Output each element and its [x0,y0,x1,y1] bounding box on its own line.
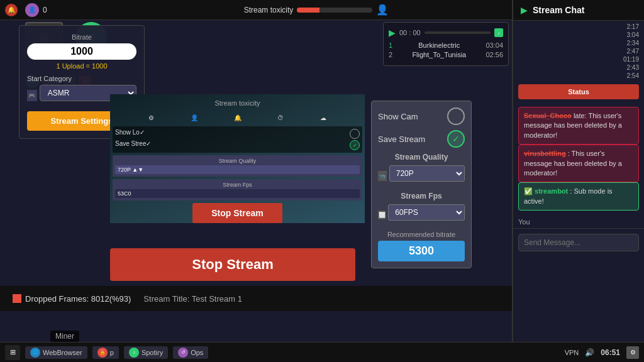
status-text: Status [568,88,589,96]
music-progress[interactable] [425,31,491,34]
save-stream-toggle[interactable]: ✓ [447,130,465,148]
avatar-icon: 👤 [25,3,39,17]
time-marker-7: 2:54 [518,72,639,79]
chat-play-icon: ▶ [521,5,528,15]
taskbar: ⊞ 🌐 WebBrowser 🔒 p ♪ Spotiry ↺ Ops VPN 🔊… [0,342,644,362]
music-controls[interactable]: ▶ 00 : 00 ♪ [389,28,503,38]
taskbar-home-icon[interactable]: ⊞ [5,345,20,360]
chat-title: Stream Chat [533,5,584,15]
status-banner: Status [518,84,639,99]
ops-app-label: Ops [191,349,203,356]
taskbar-app-ops[interactable]: ↺ Ops [173,346,208,359]
toxicity-fill [297,8,319,13]
stream-title-label: Stream Title: [143,294,189,304]
upload-label: 1 Upload = 1000 [27,62,136,70]
clock: 06:51 [601,348,620,357]
track1-duration: 03:04 [486,41,503,49]
chat-message-1: Sexual_Choco late: This user's message h… [518,107,639,145]
track1-name: Burkinelectric [418,41,460,49]
music-track-1: 1 Burkinelectric 03:04 [389,41,503,49]
category-label: Start Category [27,75,136,82]
dropped-frames-section: Dropped Frames: 8012(%93) [13,294,131,304]
toxicity-section: Stream toxicity 👤 [55,4,579,16]
settings-icon[interactable]: ⚙ [626,346,639,359]
stream-title-value: Test Stream 1 [192,294,242,304]
quality-icon: 📹 [378,171,387,181]
chat-input[interactable] [518,234,639,251]
fps-select[interactable]: 60FPS 30FPS 24FPS [388,204,465,221]
stream-quality-label: Stream Quality [378,153,465,162]
msg2-username: virusbottling [524,150,566,157]
msg1-username: Sexual_Choco [524,112,572,119]
save-stream-row: Save Stream ✓ [378,130,465,148]
volume-icon[interactable]: 🔊 [585,348,594,357]
stream-preview-panel: Stream toxicity ⚙👤🔔⏱☁ Show Lo✓ Save Stre… [110,94,365,223]
fps-icon: ⬜ [378,211,386,219]
chat-message-2: virusbottling : This user's message has … [518,145,639,182]
stat1-value: 0 [43,6,47,14]
dropped-frames-icon [13,294,21,303]
spotiry-label: Spotiry [142,349,163,356]
preview-title: Stream toxicity [110,94,365,112]
music-icon: ♪ [494,28,503,37]
track1-num: 1 [389,41,392,49]
stop-stream-button[interactable]: Stop Stream [110,248,355,281]
webbrowser-label: WebBrowser [43,349,82,356]
p-app-icon: 🔒 [97,348,108,358]
preview-background: Stream toxicity ⚙👤🔔⏱☁ Show Lo✓ Save Stre… [110,94,365,223]
msg3-username: ✅ streambot [524,187,568,195]
stream-fps-label: Stream Fps [378,192,465,200]
recommended-label: Recommended bitrate [378,231,465,238]
you-label: You [513,216,644,228]
show-cam-row: Show Cam [378,107,465,125]
preview-fps: Stream Fps 53C0 [113,179,362,200]
save-stream-label: Save Stream [378,134,425,144]
webbrowser-icon: 🌐 [30,348,40,358]
time-marker-4: 2:47 [518,48,639,55]
chat-panel: ▶ Stream Chat 2:17 3:04 2:34 2:47 01:19 … [512,0,644,343]
miner-label: Miner [50,331,79,342]
time-marker-2: 3:04 [518,31,639,38]
stream-settings-overlay: Show Cam Save Stream ✓ Stream Quality 📹 … [371,101,472,268]
spotiry-icon: ♪ [129,348,139,358]
music-track-2: 2 Flight_To_Tunisia 02:56 [389,51,503,58]
chat-time-markers: 2:17 3:04 2:34 2:47 01:19 2:43 2:54 [513,21,644,82]
asmr-icon: 🎮 [27,90,37,101]
music-player: ▶ 00 : 00 ♪ 1 Burkinelectric 03:04 2 Fli… [383,22,509,66]
time-marker-1: 2:17 [518,23,639,30]
recommended-bitrate: 5300 [378,241,465,261]
track2-duration: 02:56 [486,51,503,58]
taskbar-app-spotiry[interactable]: ♪ Spotiry [124,346,168,359]
bitrate-label: Bitrate [27,33,136,41]
notification-icon[interactable]: 🔔 [5,4,18,16]
show-cam-label: Show Cam [378,112,418,121]
bottom-info: Dropped Frames: 8012(%93) Stream Title: … [0,286,516,311]
p-app-label: p [110,349,114,356]
vpn-label: VPN [565,349,579,356]
chat-status-area: Sexual_Choco late: This user's message h… [513,102,644,216]
music-time: 00 : 00 [399,29,421,36]
time-marker-5: 01:19 [518,56,639,63]
toxicity-label: Stream toxicity [244,6,294,14]
ops-app-icon: ↺ [178,348,188,358]
toxicity-bar [297,8,372,13]
chat-header: ▶ Stream Chat [513,0,644,21]
quality-select[interactable]: 720P 1080P 480P [389,165,465,182]
bitrate-section: Bitrate 1000 1 Upload = 1000 [27,33,136,70]
taskbar-right: VPN 🔊 06:51 ⚙ [565,346,639,359]
time-marker-6: 2:43 [518,64,639,71]
preview-icons: ⚙👤🔔⏱☁ [110,112,365,124]
track2-name: Flight_To_Tunisia [412,51,466,58]
dropped-frames-label: Dropped Frames: 8012(%93) [25,294,131,304]
show-cam-toggle[interactable] [447,107,465,125]
inner-stop-stream-button[interactable]: Stop Stream [192,203,282,223]
taskbar-app-p[interactable]: 🔒 p [92,346,119,359]
toxicity-icon: 👤 [376,4,389,16]
taskbar-app-webbrowser[interactable]: 🌐 WebBrowser [25,346,87,359]
play-button[interactable]: ▶ [389,28,396,38]
chat-message-3: ✅ streambot : Sub mode is active! [518,182,639,211]
chat-input-area[interactable] [513,228,644,256]
stream-title-section: Stream Title: Test Stream 1 [143,294,242,304]
bitrate-value: 1000 [27,43,136,60]
preview-quality: Stream Quality 720P ▲▼ [113,155,362,177]
